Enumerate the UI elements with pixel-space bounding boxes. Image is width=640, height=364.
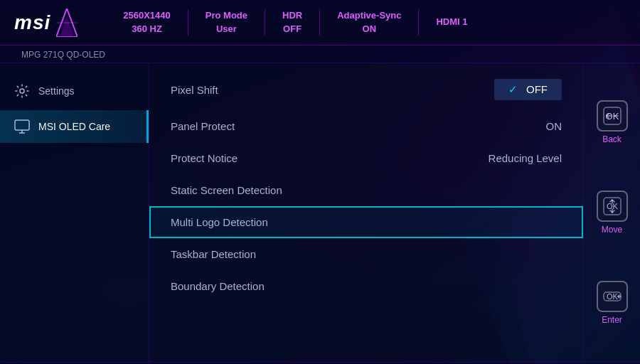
move-button[interactable]: OK Move [597, 191, 628, 235]
back-button-icon: OK [597, 100, 628, 132]
checkmark-icon: ✓ [508, 83, 518, 95]
header-hdr-line1: HDR [282, 9, 302, 22]
monitor-label: MPG 271Q QD-OLED [0, 46, 640, 63]
menu-item-multi-logo-detection[interactable]: Multi Logo Detection [149, 206, 583, 238]
back-button[interactable]: OK Back [597, 100, 628, 144]
menu-item-panel-protect[interactable]: Panel Protect ON [149, 110, 583, 142]
main-content: Settings MSI OLED Care Pixel Shift ✓ OFF [0, 63, 640, 362]
move-label: Move [602, 225, 622, 235]
header-mode-line1: Pro Mode [206, 9, 247, 22]
menu-content: Pixel Shift ✓ OFF Panel Protect ON Prote… [149, 63, 583, 362]
header-hdr-line2: OFF [282, 23, 302, 36]
panel-protect-label: Panel Protect [171, 120, 546, 132]
pixel-shift-label: Pixel Shift [171, 84, 494, 96]
svg-rect-4 [15, 120, 29, 130]
boundary-label: Boundary Detection [171, 280, 562, 292]
svg-marker-1 [60, 16, 74, 37]
header-stat-mode: Pro Mode User [188, 9, 265, 35]
header-input-line1: HDMI 1 [436, 16, 467, 28]
back-label: Back [602, 134, 622, 144]
menu-item-pixel-shift[interactable]: Pixel Shift ✓ OFF [149, 69, 583, 110]
sidebar: Settings MSI OLED Care [0, 63, 149, 362]
taskbar-label: Taskbar Detection [171, 248, 562, 260]
menu-item-boundary-detection[interactable]: Boundary Detection [149, 270, 583, 302]
svg-text:OK: OK [607, 292, 619, 301]
pixel-shift-value: ✓ OFF [494, 79, 562, 100]
move-button-icon: OK [597, 191, 628, 222]
menu-item-static-screen-detection[interactable]: Static Screen Detection [149, 174, 583, 206]
protect-notice-value: Reducing Level [489, 152, 562, 164]
header-stats: 2560X1440 360 HZ Pro Mode User HDR OFF A… [106, 9, 626, 35]
static-screen-label: Static Screen Detection [171, 184, 562, 196]
controls-panel: OK Back OK Move [583, 63, 640, 362]
enter-label: Enter [602, 315, 622, 325]
header-stat-hdr: HDR OFF [265, 9, 320, 35]
menu-item-taskbar-detection[interactable]: Taskbar Detection [149, 238, 583, 270]
panel-protect-value: ON [546, 120, 562, 132]
logo-area: msi [14, 9, 78, 37]
header-stat-input: HDMI 1 [419, 16, 484, 28]
header-sync-line1: Adaptive-Sync [337, 9, 401, 22]
enter-button[interactable]: OK Enter [597, 281, 628, 325]
sidebar-item-msi-oled-care[interactable]: MSI OLED Care [0, 110, 149, 143]
header-stat-sync: Adaptive-Sync ON [320, 9, 419, 35]
logo-accent-icon [56, 9, 78, 37]
sidebar-settings-label: Settings [38, 85, 75, 97]
sidebar-oled-label: MSI OLED Care [38, 121, 110, 132]
gear-icon [14, 83, 30, 99]
header-stat-resolution: 2560X1440 360 HZ [106, 9, 188, 35]
msi-logo: msi [14, 11, 50, 34]
menu-item-protect-notice[interactable]: Protect Notice Reducing Level [149, 142, 583, 174]
svg-point-3 [20, 89, 24, 93]
sidebar-item-settings[interactable]: Settings [0, 75, 149, 107]
enter-button-icon: OK [597, 281, 628, 312]
header-resolution-line1: 2560X1440 [123, 9, 171, 22]
header-resolution-line2: 360 HZ [123, 23, 171, 36]
multi-logo-label: Multi Logo Detection [171, 216, 562, 228]
header-mode-line2: User [206, 23, 247, 36]
protect-notice-label: Protect Notice [171, 152, 489, 164]
header-sync-line2: ON [337, 23, 401, 36]
header: msi 2560X1440 360 HZ Pro Mode User HDR O… [0, 0, 640, 46]
monitor-icon [14, 119, 30, 134]
